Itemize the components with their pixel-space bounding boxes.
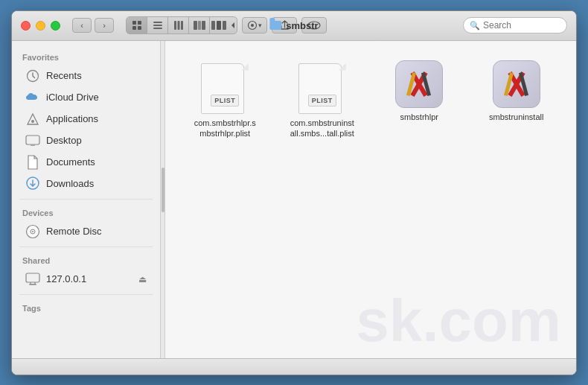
file-item-4[interactable]: smbstruninstall [472,56,562,144]
sidebar-separator-1 [19,199,153,200]
status-bar [12,358,576,375]
svg-rect-3 [138,26,141,30]
file-area: sk.com PLIST com.smbstrhlpr.s mbstrhlpr.… [165,41,576,358]
downloads-label: Downloads [46,178,94,189]
svg-rect-6 [153,28,162,29]
applications-icon [25,112,40,127]
svg-rect-12 [202,21,205,30]
sidebar-item-ip[interactable]: 127.0.0.1 ⏏ [15,269,157,290]
sidebar-item-desktop[interactable]: Desktop [15,130,157,151]
sidebar-item-recents[interactable]: Recents [15,66,157,86]
remote-disc-icon [25,224,40,239]
file-label-3: smbstrhlpr [400,112,438,122]
recents-label: Recents [46,70,82,81]
eject-icon[interactable]: ⏏ [138,274,147,284]
maximize-button[interactable] [51,21,60,31]
svg-rect-7 [174,21,176,30]
file-item-1[interactable]: PLIST com.smbstrhlpr.s mbstrhlpr.plist [180,56,270,144]
forward-button[interactable]: › [95,18,114,33]
gallery-view-button[interactable] [210,17,237,34]
watermark: sk.com [356,291,561,351]
action-button[interactable]: ▾ [242,17,267,34]
app-icon-3 [395,60,443,108]
svg-point-17 [251,24,254,27]
column-view-button[interactable] [168,17,189,34]
favorites-label: Favorites [12,48,160,65]
documents-icon [25,155,40,170]
svg-rect-1 [138,21,141,25]
content-area: Favorites Recents iCloud Drive [12,41,576,358]
sidebar-separator-2 [19,246,153,247]
applications-label: Applications [46,113,98,124]
window-title: smbstr [286,20,318,31]
recents-icon [25,69,40,83]
file-label-2: com.smbstruninstall.smbs...tall.plist [289,118,356,139]
svg-rect-15 [223,21,226,30]
plist-icon-2: PLIST [298,60,346,114]
icloud-label: iCloud Drive [46,92,99,103]
plist-icon-1: PLIST [201,60,249,114]
sidebar-item-icloud[interactable]: iCloud Drive [15,87,157,108]
svg-rect-4 [153,22,162,23]
traffic-lights [21,21,60,31]
svg-rect-10 [194,21,197,30]
sidebar-item-documents[interactable]: Documents [15,152,157,173]
svg-rect-8 [177,21,179,30]
title-bar: ‹ › [12,11,576,41]
close-button[interactable] [21,21,31,31]
tags-label: Tags [12,299,160,316]
sidebar-item-downloads[interactable]: Downloads [15,174,157,194]
svg-rect-2 [132,26,136,30]
svg-point-26 [32,231,33,232]
minimize-button[interactable] [36,21,45,31]
sidebar-item-applications[interactable]: Applications [15,109,157,130]
sidebar-item-remote-disc[interactable]: Remote Disc [15,221,157,242]
svg-rect-13 [211,21,215,30]
file-item-2[interactable]: PLIST com.smbstruninstall.smbs...tall.pl… [278,56,368,144]
file-item-3[interactable]: smbstrhlpr [374,56,464,144]
sidebar-separator-3 [19,294,153,295]
back-button[interactable]: ‹ [72,18,92,33]
svg-rect-11 [198,21,201,30]
search-icon: 🔍 [470,21,480,31]
search-box[interactable]: 🔍 [463,17,567,34]
view-buttons [126,16,237,34]
window-title-area: smbstr [269,20,318,31]
downloads-icon [25,176,40,191]
svg-point-20 [31,120,34,123]
svg-rect-0 [132,21,136,25]
monitor-icon [25,272,40,287]
svg-rect-22 [31,144,35,146]
cover-view-button[interactable] [189,17,210,34]
list-view-button[interactable] [147,17,168,34]
svg-rect-21 [26,136,39,144]
devices-label: Devices [12,204,160,220]
sidebar: Favorites Recents iCloud Drive [12,41,161,358]
desktop-label: Desktop [46,135,82,146]
finder-window: ‹ › [11,10,577,375]
ip-label: 127.0.0.1 [46,273,86,284]
plist-badge-2: PLIST [308,95,336,106]
svg-rect-5 [153,25,162,26]
file-label-1: com.smbstrhlpr.s mbstrhlpr.plist [191,118,258,139]
svg-rect-14 [217,21,221,30]
sidebar-scrollbar-thumb[interactable] [162,168,164,212]
svg-rect-27 [26,273,39,282]
app-cross-4 [502,69,531,99]
desktop-icon [25,133,40,148]
icon-view-button[interactable] [127,17,147,34]
icloud-icon [25,90,40,105]
file-label-4: smbstruninstall [489,112,543,122]
app-icon-4 [493,60,540,108]
shared-label: Shared [12,252,160,268]
app-cross-3 [404,69,434,99]
folder-icon [269,21,281,30]
svg-rect-9 [181,21,183,30]
search-input[interactable] [483,20,560,31]
documents-label: Documents [46,156,95,168]
plist-badge-1: PLIST [211,95,239,106]
remote-disc-label: Remote Disc [46,226,101,237]
nav-buttons: ‹ › [72,18,114,33]
